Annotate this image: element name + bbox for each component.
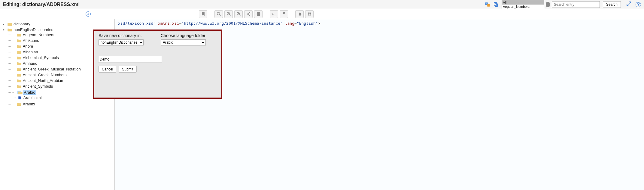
svg-text:文: 文 <box>488 4 490 6</box>
tree-file-label: Arabic.xml <box>23 95 42 100</box>
save-in-label: Save new dictionary in: <box>99 33 155 38</box>
bookmark-button[interactable] <box>199 10 207 18</box>
svg-rect-16 <box>308 13 310 14</box>
svg-rect-5 <box>494 2 497 5</box>
top-misc-icons: A文 <box>485 2 499 8</box>
zoom-button[interactable] <box>214 10 223 18</box>
translate-icon[interactable]: A文 <box>485 2 491 8</box>
folder-icon <box>17 79 21 83</box>
tree-folder-item[interactable]: ⋯Ancient_North_Arabian <box>8 78 93 83</box>
folder-icon <box>17 33 21 37</box>
search-input[interactable] <box>552 1 600 8</box>
save-button[interactable] <box>305 10 314 18</box>
top-bar: Editing: dictionary/ADDRESS.xml A文 Searc… <box>0 0 644 9</box>
folder-icon <box>8 28 12 32</box>
expand-tri-icon: ▾ <box>3 28 6 31</box>
svg-point-13 <box>257 14 258 14</box>
folder-icon <box>17 56 21 60</box>
tree-folder-item[interactable]: ⋯Arabizi <box>8 102 93 106</box>
expand-icon[interactable] <box>626 1 631 8</box>
svg-rect-4 <box>495 4 497 7</box>
tree-file-item[interactable]: ⋯Arabic.xml <box>14 95 93 100</box>
tree-folder-dictionary[interactable]: ▸ dictionary <box>3 22 93 26</box>
tree-item-label: Ancient_Greek_Musical_Notation <box>23 67 81 71</box>
main-area: ▸ dictionary ▾ nonEnglishDictionaries ⋯A… <box>0 19 644 190</box>
tree-item-label: Alchemical_Symbols <box>23 55 59 60</box>
tree-item-label: Ancient_Greek_Numbers <box>23 73 67 77</box>
svg-text:A: A <box>486 3 487 5</box>
tree-folder-item[interactable]: ⋯Alchemical_Symbols <box>8 55 93 60</box>
terminal-button[interactable]: >_ <box>270 10 278 18</box>
submit-button[interactable]: Submit <box>119 66 136 73</box>
tree-item-label: Amharic <box>23 61 37 66</box>
tree-folder-item[interactable]: ⋯Ahom <box>8 44 93 48</box>
svg-rect-17 <box>308 14 310 15</box>
flag-button[interactable] <box>280 10 288 18</box>
folder-icon <box>17 39 21 42</box>
tree-folder-item[interactable]: ⋯Ancient_Greek_Musical_Notation <box>8 67 93 71</box>
help-icon[interactable]: ? <box>636 2 641 7</box>
tree-item-label: Ahom <box>23 44 33 48</box>
language-folder-select[interactable]: Arabic <box>161 39 206 45</box>
tree-item-label: Ancient_North_Arabian <box>23 78 63 83</box>
folder-icon <box>17 67 21 71</box>
slider-handle[interactable] <box>546 2 550 7</box>
page-title: Editing: dictionary/ADDRESS.xml <box>3 2 80 7</box>
language-folder-label: Choose language folder: <box>161 33 217 38</box>
tree-folder-item[interactable]: ⋯Afrikaans <box>8 38 93 43</box>
folder-icon <box>17 102 21 106</box>
folder-icon <box>17 73 21 77</box>
tree-item-label: Arabizi <box>23 102 35 106</box>
svg-point-15 <box>259 15 260 15</box>
zoom-out-button[interactable] <box>224 10 233 18</box>
filter-select[interactable] <box>502 0 544 9</box>
tree-folder-item[interactable]: ⋯Amharic <box>8 61 93 66</box>
tree-folder-nonenglish[interactable]: ▾ nonEnglishDictionaries <box>3 27 93 32</box>
folder-icon <box>17 62 21 65</box>
file-tree-panel: ▸ dictionary ▾ nonEnglishDictionaries ⋯A… <box>0 19 93 190</box>
tree-item-label: Aegean_Numbers <box>23 33 54 37</box>
share-alt-button[interactable] <box>254 10 263 18</box>
tree-item-label: Ancient_Symbols <box>23 84 53 89</box>
filter-all-input[interactable] <box>502 0 544 5</box>
file-tree: ▸ dictionary ▾ nonEnglishDictionaries ⋯A… <box>2 21 93 107</box>
share-button[interactable] <box>244 10 253 18</box>
filter-selected-input[interactable] <box>502 5 544 9</box>
tree-item-label: Albanian <box>23 50 38 54</box>
search-button[interactable]: Search <box>603 1 621 8</box>
folder-icon <box>17 91 21 94</box>
dictionary-name-input[interactable] <box>99 56 162 62</box>
copy-icon[interactable] <box>493 2 499 8</box>
tree-folder-item[interactable]: ⋯Ancient_Symbols <box>8 84 93 89</box>
folder-icon <box>17 45 21 48</box>
add-button[interactable]: + <box>86 11 91 17</box>
tree-folder-item[interactable]: ⋯Aegean_Numbers <box>8 33 93 37</box>
folder-icon <box>8 22 12 26</box>
cancel-button[interactable]: Cancel <box>99 66 116 73</box>
save-in-select[interactable]: nonEnglishDictionaries <box>99 39 144 45</box>
svg-point-14 <box>259 13 260 13</box>
thumbs-up-button[interactable] <box>295 10 304 18</box>
folder-icon <box>17 85 21 88</box>
zoom-in-button[interactable] <box>234 10 243 18</box>
tree-folder-item[interactable]: ⋯Ancient_Greek_Numbers <box>8 73 93 77</box>
tree-item-label: Afrikaans <box>23 38 39 43</box>
collapse-icon: ▸ <box>3 23 6 26</box>
tree-item-label: Arabic <box>23 90 36 95</box>
tree-folder-item[interactable]: ⋯▾Arabic <box>8 90 93 95</box>
file-icon <box>18 96 22 100</box>
toolbar: + >_ <box>0 9 644 19</box>
toggle-icon: ▾ <box>12 91 15 94</box>
folder-icon <box>17 50 21 54</box>
svg-rect-12 <box>257 12 260 16</box>
tree-folder-item[interactable]: ⋯Albanian <box>8 50 93 54</box>
svg-point-6 <box>217 12 220 15</box>
save-dictionary-dialog: Save new dictionary in: nonEnglishDictio… <box>93 30 222 99</box>
